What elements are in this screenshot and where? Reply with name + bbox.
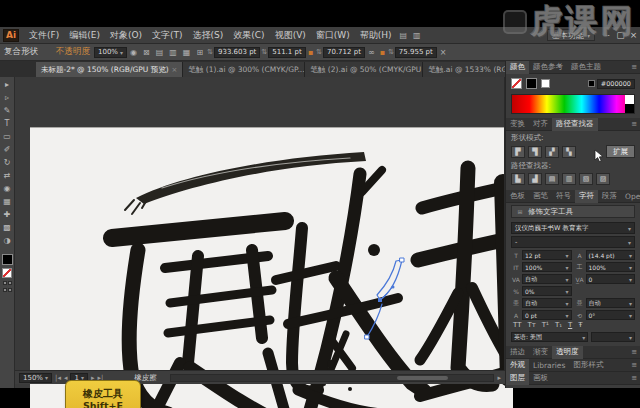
menu-help[interactable]: 帮助(H) [355, 29, 397, 42]
anchor-point[interactable] [400, 258, 404, 262]
tsume-right-field[interactable]: 亜 自动▾ [575, 298, 636, 308]
tab-opentype[interactable]: Ope [621, 190, 640, 203]
color-spectrum-bar[interactable] [511, 94, 635, 114]
pen-tool[interactable]: ✎ [4, 106, 11, 116]
tracking-field[interactable]: V̲A 0▾ [575, 274, 636, 284]
unite-button[interactable]: ▛ [511, 146, 525, 158]
menu-select[interactable]: 选择(S) [188, 29, 229, 42]
pencil-tool[interactable]: ✐ [4, 145, 11, 155]
hand-tool[interactable]: ◑ [4, 236, 11, 246]
divide-button[interactable]: ▙ [511, 173, 525, 185]
zoom-level-field[interactable]: 150% ▾ [19, 373, 52, 383]
close-button[interactable]: × [627, 30, 640, 40]
tab-layers[interactable]: 图层 [506, 372, 529, 385]
blend-tool[interactable]: ✚ [4, 210, 11, 220]
minus-front-button[interactable]: ▜ [528, 146, 542, 158]
kerning-field[interactable]: VA 自动▾ [511, 274, 572, 284]
horizontal-scrollbar[interactable] [170, 374, 495, 382]
artboard-tool[interactable]: ▩ [3, 223, 11, 233]
width-tool[interactable]: ⇄ [4, 171, 11, 181]
menu-effect[interactable]: 效果(C) [228, 29, 269, 42]
constrain-link-icon[interactable]: ∞ [368, 48, 375, 57]
vertical-scale-field[interactable]: IT 100%▾ [511, 262, 572, 272]
character-rotation-field[interactable]: ⟲ 0°▾ [575, 310, 636, 320]
trim-button[interactable]: ▟ [528, 173, 542, 185]
language-select[interactable]: 英语: 美国▾ [511, 332, 588, 342]
tab-align[interactable]: 对齐 [529, 118, 552, 131]
minus-back-button[interactable]: ▨ [596, 173, 610, 185]
minimize-button[interactable]: – [601, 30, 614, 40]
tab-close-icon[interactable]: × [172, 66, 178, 74]
height-field[interactable]: 75.955 pt [395, 47, 437, 58]
menu-edit[interactable]: 编辑(E) [64, 29, 105, 42]
fill-color-swatch[interactable] [526, 78, 537, 89]
width-field[interactable]: 70.712 pt [323, 47, 365, 58]
tab-artboards[interactable]: 画板 [529, 372, 552, 385]
font-style-select[interactable]: - ▾ [511, 236, 635, 248]
menu-type[interactable]: 文字(T) [147, 29, 188, 42]
underline-button[interactable]: T [568, 321, 572, 329]
maximize-button[interactable]: ▢ [614, 30, 627, 40]
direct-selection-tool[interactable]: ▹ [5, 93, 9, 103]
gradient-button[interactable] [8, 281, 12, 285]
x-field[interactable]: 933.603 pt [214, 47, 260, 58]
tab-brushes[interactable]: 画笔 [529, 190, 552, 203]
outline-button[interactable]: ▧ [579, 173, 593, 185]
color-button[interactable] [3, 281, 7, 285]
menu-view[interactable]: 视图(V) [270, 29, 311, 42]
hex-color-field[interactable]: # 000000 [588, 79, 635, 89]
type-tool[interactable]: T [5, 119, 10, 129]
none-color-swatch[interactable] [511, 78, 522, 89]
handle-point[interactable] [392, 286, 395, 289]
tab-transparency[interactable]: 透明度 [552, 346, 583, 359]
tab-paragraph[interactable]: 段落 [598, 190, 621, 203]
w-stepper[interactable]: ⇅ [316, 48, 322, 56]
leading-field[interactable]: A (14.4 pt)▾ [575, 250, 636, 260]
h-stepper[interactable]: ⇅ [388, 48, 394, 56]
arrange-documents-icon-2[interactable]: ▥ [413, 31, 421, 40]
stroke-color-swatch[interactable] [541, 79, 550, 88]
tab-libraries[interactable]: Libraries [529, 359, 569, 372]
screen-mode-button[interactable] [8, 288, 12, 292]
anchor-point[interactable] [365, 335, 369, 339]
recolor-artwork-icon[interactable]: ◉ [130, 48, 137, 57]
tab-stroke[interactable]: 描边 [506, 346, 529, 359]
superscript-button[interactable]: T¹ [542, 321, 549, 329]
proportional-spacing-field[interactable]: % 0%▾ [511, 286, 572, 296]
menu-file[interactable]: 文件(F) [24, 29, 64, 42]
anti-alias-select[interactable]: ▾ [591, 332, 635, 342]
y-stepper[interactable]: ⇅ [261, 48, 267, 56]
style-icon[interactable]: ⊠ [143, 48, 150, 57]
strikethrough-button[interactable]: Ŧ [578, 321, 582, 329]
panel-menu-icon[interactable]: ≡ [631, 374, 640, 382]
first-artboard-button[interactable]: |◂ [55, 374, 61, 382]
panel-menu-icon[interactable]: ≡ [631, 63, 640, 71]
tab-character[interactable]: 字符 [575, 190, 598, 203]
tab-gradient[interactable]: 渐变 [529, 346, 552, 359]
shear-icon[interactable]: × [440, 48, 447, 57]
workspace-switcher[interactable]: 基本功能 ▾ [547, 29, 595, 41]
crop-button[interactable]: ▥ [562, 173, 576, 185]
font-size-field[interactable]: T 12 pt▾ [511, 250, 572, 260]
font-family-select[interactable]: 汉仪尚巍手书W 教育素字 ▾ [511, 222, 635, 234]
panel-menu-icon[interactable]: ≡ [631, 120, 640, 128]
gradient-tool[interactable]: ◉ [4, 184, 11, 194]
document-tab-4[interactable]: 笔触.ai @ 1533% (RGB/GPU 预... × [423, 62, 505, 77]
panel-menu-icon[interactable]: ≡ [631, 348, 640, 356]
all-caps-button[interactable]: TT [513, 321, 521, 329]
document-tab-3[interactable]: 笔触 (2).ai @ 50% (CMYK/GPU ... × [305, 62, 423, 77]
rotate-tool[interactable]: ↻ [4, 158, 11, 168]
tab-transform[interactable]: 变换 [506, 118, 529, 131]
tab-graphic-styles[interactable]: 图形样式 [569, 359, 607, 372]
horizontal-scrollbar-thumb[interactable] [397, 376, 449, 380]
tab-color-themes[interactable]: 颜色主题 [567, 61, 605, 74]
baseline-shift-field[interactable]: A 0 pt▾ [511, 310, 572, 320]
document-tab-2[interactable]: 笔触 (1).ai @ 300% (CMYK/GP... × [183, 62, 305, 77]
draw-normal-button[interactable] [3, 288, 7, 292]
merge-button[interactable]: ▤ [545, 173, 559, 185]
tsume-left-field[interactable]: 亜 自动▾ [511, 298, 572, 308]
tab-symbols[interactable]: 符号 [552, 190, 575, 203]
x-stepper[interactable]: ⇅ [207, 48, 213, 56]
rectangle-tool[interactable]: ▭ [3, 132, 11, 142]
tab-pathfinder[interactable]: 路径查找器 [552, 118, 598, 131]
